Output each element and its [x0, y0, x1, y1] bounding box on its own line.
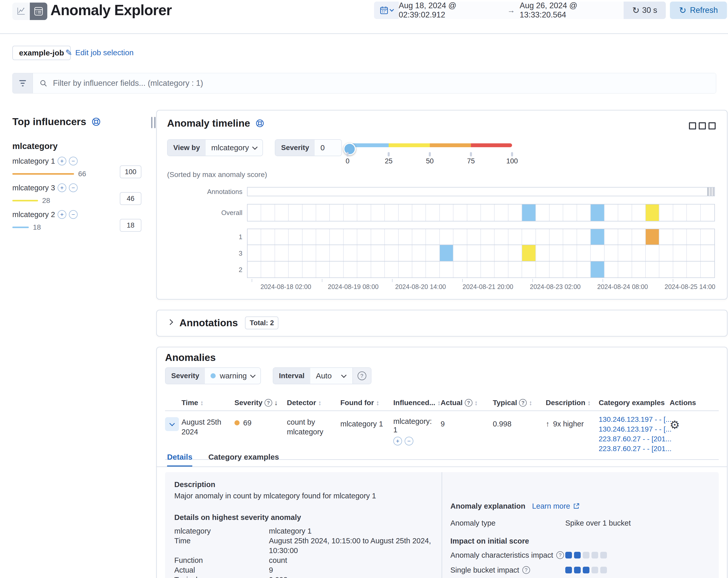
swimlane-cell[interactable] — [467, 204, 481, 221]
swimlane-cell[interactable] — [357, 229, 371, 245]
impact-help-icon[interactable]: ? — [522, 566, 530, 574]
swimlane-cell[interactable] — [303, 229, 316, 245]
swimlane-cell[interactable] — [248, 245, 261, 261]
swimlane-cell[interactable] — [632, 204, 646, 221]
column-header-influenced-[interactable]: Influenced...↕ — [393, 395, 441, 411]
swimlane-cell[interactable] — [357, 262, 371, 277]
influencer-name[interactable]: mlcategory 2 — [12, 211, 55, 219]
help-icon[interactable] — [91, 117, 101, 127]
swimlane-cell[interactable] — [495, 262, 508, 277]
quick-select-menu[interactable] — [374, 2, 399, 19]
panel-options-icon[interactable] — [689, 122, 716, 130]
plus-in-circle-icon[interactable]: + — [58, 210, 66, 219]
swimlane-cell[interactable] — [563, 204, 577, 221]
swimlane-cell[interactable] — [632, 245, 646, 261]
swimlane-cell[interactable] — [399, 229, 412, 245]
swimlane-cell[interactable] — [563, 229, 577, 245]
swimlane-cell[interactable] — [316, 229, 330, 245]
swimlane-cell[interactable] — [481, 262, 495, 277]
swimlane-cell[interactable] — [632, 262, 646, 277]
view-by-select[interactable]: View by mlcategory — [167, 139, 263, 156]
swimlane-cell[interactable] — [453, 245, 467, 261]
swimlane-cell[interactable] — [467, 262, 481, 277]
column-header-typical[interactable]: Typical?↕ — [493, 395, 546, 411]
swimlane-cell[interactable] — [440, 204, 453, 221]
annotations-lane-handle[interactable] — [707, 188, 714, 196]
swimlane-cell[interactable] — [412, 245, 426, 261]
swimlane-cell[interactable] — [536, 229, 550, 245]
swimlane-cell[interactable] — [522, 229, 536, 245]
swimlane-cell[interactable] — [605, 229, 618, 245]
column-header-detector[interactable]: Detector↕ — [287, 395, 340, 411]
swimlane-cell-anomaly[interactable] — [646, 229, 659, 245]
swimlane-cell[interactable] — [605, 262, 618, 277]
swimlane-cell[interactable] — [261, 245, 275, 261]
tab-category-examples[interactable]: Category examples — [208, 452, 279, 467]
impact-help-icon[interactable]: ? — [556, 551, 564, 559]
annotations-lane[interactable] — [247, 187, 715, 196]
swimlane-cell[interactable] — [440, 262, 453, 277]
annotations-title[interactable]: Annotations — [179, 317, 238, 329]
swimlane-cell[interactable] — [371, 229, 385, 245]
minus-in-circle-icon[interactable]: − — [69, 157, 78, 165]
severity-slider-track[interactable] — [347, 143, 512, 147]
swimlane-cell[interactable] — [687, 204, 701, 221]
swimlane-cell[interactable] — [605, 204, 618, 221]
swimlane-cell[interactable] — [467, 229, 481, 245]
swimlane-cell[interactable] — [289, 262, 302, 277]
column-header-found-for[interactable]: Found for↕ — [340, 395, 393, 411]
filter-options-button[interactable] — [12, 73, 33, 93]
category-example-link[interactable]: 223.87.60.27 - - [201... — [599, 444, 666, 454]
minus-in-circle-icon[interactable]: − — [405, 437, 413, 445]
swimlane-cell[interactable] — [495, 204, 508, 221]
swimlane-cell[interactable] — [289, 229, 302, 245]
influencer-filter-input[interactable]: Filter by influencer fields... (mlcatego… — [33, 73, 716, 93]
plus-in-circle-icon[interactable]: + — [58, 184, 66, 192]
swimlane-cell-anomaly[interactable] — [440, 245, 453, 261]
column-help-icon[interactable]: ? — [519, 399, 527, 407]
swimlane-cell[interactable] — [701, 245, 714, 261]
interval-select[interactable]: Interval Auto ? — [273, 367, 371, 384]
swimlane-cell[interactable] — [344, 229, 357, 245]
swimlane-cell[interactable] — [563, 262, 577, 277]
swimlane-cell[interactable] — [632, 229, 646, 245]
swimlane-cell[interactable] — [577, 245, 591, 261]
refresh-interval-button[interactable]: ↻ 30 s — [624, 2, 666, 19]
swimlane-cell[interactable] — [687, 229, 701, 245]
swimlane-cell[interactable] — [344, 245, 357, 261]
swimlane-cell[interactable] — [275, 245, 289, 261]
swimlane-cell[interactable] — [412, 262, 426, 277]
swimlane-cell[interactable] — [330, 204, 343, 221]
swimlane-cell[interactable] — [330, 245, 343, 261]
plus-in-circle-icon[interactable]: + — [393, 437, 402, 445]
swimlane-cell[interactable] — [509, 204, 522, 221]
swimlane-cell[interactable] — [536, 262, 550, 277]
minus-in-circle-icon[interactable]: − — [69, 184, 78, 192]
swimlane-cell[interactable] — [357, 204, 371, 221]
swimlane-cell-anomaly[interactable] — [522, 245, 536, 261]
swimlane-cell[interactable] — [453, 229, 467, 245]
swimlane-cell[interactable] — [426, 229, 440, 245]
swimlane-cell-anomaly[interactable] — [522, 204, 536, 221]
swimlane-cell[interactable] — [399, 262, 412, 277]
swimlane-cell[interactable] — [440, 229, 453, 245]
swimlane-cell[interactable] — [371, 204, 385, 221]
swimlane-cell[interactable] — [701, 204, 714, 221]
column-help-icon[interactable]: ? — [465, 399, 472, 407]
swimlane-cell[interactable] — [248, 229, 261, 245]
swimlane-cell[interactable] — [687, 262, 701, 277]
column-header-time[interactable]: Time↕ — [181, 395, 234, 411]
swimlane-cell[interactable] — [577, 204, 591, 221]
swimlane-cell[interactable] — [618, 245, 632, 261]
swimlane-cell[interactable] — [481, 229, 495, 245]
swimlane-cell[interactable] — [673, 262, 687, 277]
swimlane-cell[interactable] — [303, 204, 316, 221]
column-header-severity[interactable]: Severity?↓ — [234, 395, 287, 411]
panel-resize-handle[interactable] — [151, 117, 156, 128]
influencer-name[interactable]: mlcategory 3 — [12, 184, 55, 192]
swimlane-cell[interactable] — [330, 229, 343, 245]
swimlane-cell[interactable] — [673, 245, 687, 261]
column-header-description[interactable]: Description↕ — [546, 395, 599, 411]
time-start[interactable]: Aug 18, 2024 @ 02:39:02.912 — [399, 2, 503, 19]
help-icon[interactable] — [255, 119, 264, 128]
